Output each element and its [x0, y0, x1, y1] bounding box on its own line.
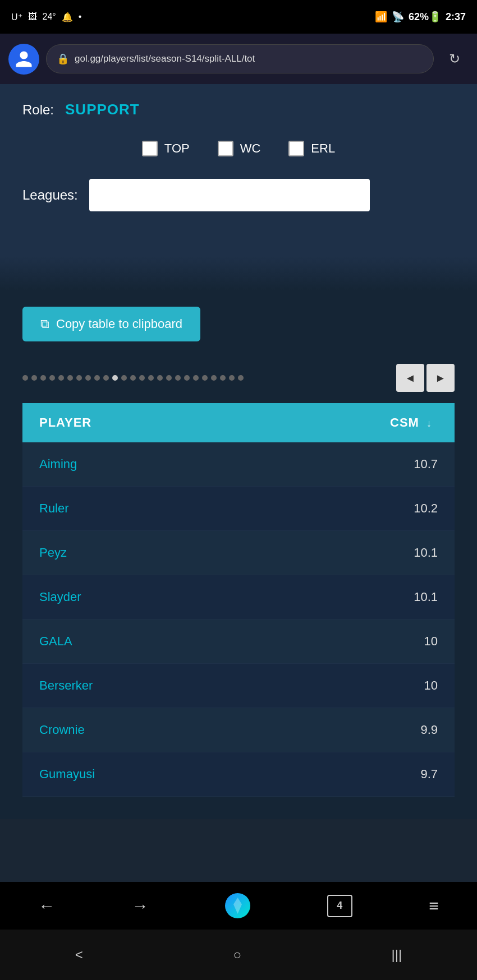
pagination-dot-19[interactable]: [193, 375, 199, 381]
main-content: Role: SUPPORT TOP WC ERL Leagues:: [0, 84, 477, 256]
media-icon: 🖼: [28, 12, 37, 22]
player-column-header[interactable]: PLAYER: [22, 403, 249, 442]
erl-checkbox-box[interactable]: [288, 141, 304, 156]
player-name-cell[interactable]: Peyz: [22, 531, 249, 575]
pagination-dot-17[interactable]: [175, 375, 181, 381]
pagination-dot-4[interactable]: [58, 375, 64, 381]
tabs-button[interactable]: 4: [327, 895, 352, 917]
csm-value-cell: 10.1: [249, 575, 455, 620]
table-row: Peyz 10.1: [22, 531, 455, 575]
top-checkbox-label: TOP: [164, 141, 190, 156]
checkboxes-row: TOP WC ERL: [22, 141, 455, 156]
temperature-text: 24°: [43, 12, 56, 22]
pagination-dots: [22, 375, 244, 381]
csm-value-cell: 9.9: [249, 708, 455, 752]
pagination-dot-16[interactable]: [166, 375, 172, 381]
checkbox-wc[interactable]: WC: [218, 141, 261, 156]
status-bar: U⁺ 🖼 24° 🔔 • 📶 📡 62%🔋 2:37: [0, 0, 477, 34]
url-text: gol.gg/players/list/season-S14/split-ALL…: [75, 53, 423, 64]
copy-icon: ⧉: [40, 317, 49, 331]
csm-value-cell: 10: [249, 664, 455, 708]
table-row: Crownie 9.9: [22, 708, 455, 752]
wc-checkbox-box[interactable]: [218, 141, 233, 156]
notification-icon: 🔔: [62, 12, 73, 22]
pagination-dot-3[interactable]: [49, 375, 55, 381]
pagination-dot-18[interactable]: [184, 375, 190, 381]
browser-bar: 🔒 gol.gg/players/list/season-S14/split-A…: [0, 34, 477, 84]
pagination-dot-8[interactable]: [94, 375, 100, 381]
profile-avatar[interactable]: [8, 44, 39, 75]
player-name-cell[interactable]: Aiming: [22, 442, 249, 487]
page-separator: [0, 256, 477, 290]
pagination-dot-5[interactable]: [67, 375, 73, 381]
pagination-dot-12[interactable]: [130, 375, 136, 381]
role-value[interactable]: SUPPORT: [65, 101, 140, 118]
csm-value-cell: 10.1: [249, 531, 455, 575]
nav-arrows: ◄ ►: [396, 364, 455, 392]
csm-value-cell: 9.7: [249, 752, 455, 797]
copy-table-button[interactable]: ⧉ Copy table to clipboard: [22, 307, 200, 341]
pagination-dot-23[interactable]: [229, 375, 235, 381]
pagination-dot-11[interactable]: [121, 375, 127, 381]
table-header: PLAYER CSM ↓: [22, 403, 455, 442]
next-arrow-button[interactable]: ►: [426, 364, 455, 392]
system-back-button[interactable]: <: [75, 947, 83, 963]
table-row: Ruler 10.2: [22, 487, 455, 531]
pagination-dot-21[interactable]: [211, 375, 217, 381]
table-body: Aiming 10.7 Ruler 10.2 Peyz 10.1 Slayder…: [22, 442, 455, 797]
copy-section: ⧉ Copy table to clipboard: [0, 290, 477, 353]
system-recents-button[interactable]: |||: [392, 947, 402, 963]
top-checkbox-box[interactable]: [142, 141, 158, 156]
player-name-cell[interactable]: Gumayusi: [22, 752, 249, 797]
pagination-dot-10[interactable]: [112, 375, 118, 381]
prev-arrow-button[interactable]: ◄: [396, 364, 424, 392]
pagination-dot-2[interactable]: [40, 375, 46, 381]
pagination-dot-9[interactable]: [103, 375, 109, 381]
pagination-dot-7[interactable]: [85, 375, 91, 381]
refresh-button[interactable]: ↻: [441, 45, 469, 73]
pagination-dot-20[interactable]: [202, 375, 208, 381]
table-header-row: PLAYER CSM ↓: [22, 403, 455, 442]
csm-value-cell: 10: [249, 620, 455, 664]
dot-indicator: •: [79, 12, 82, 22]
checkbox-top[interactable]: TOP: [142, 141, 190, 156]
pagination-dot-24[interactable]: [238, 375, 244, 381]
pagination-dot-1[interactable]: [31, 375, 37, 381]
browser-logo-icon: [225, 893, 250, 918]
battery-text: 62%🔋: [409, 11, 441, 23]
pagination-dot-15[interactable]: [157, 375, 163, 381]
person-icon: [14, 49, 34, 69]
player-name-cell[interactable]: Ruler: [22, 487, 249, 531]
status-left: U⁺ 🖼 24° 🔔 •: [11, 12, 81, 22]
browser-logo[interactable]: [225, 893, 250, 918]
checkbox-erl[interactable]: ERL: [288, 141, 335, 156]
player-name-cell[interactable]: GALA: [22, 620, 249, 664]
menu-button[interactable]: ≡: [429, 896, 439, 916]
table-row: Gumayusi 9.7: [22, 752, 455, 797]
role-section: Role: SUPPORT: [22, 101, 455, 118]
csm-column-header[interactable]: CSM ↓: [249, 403, 455, 442]
pagination-dot-22[interactable]: [220, 375, 226, 381]
pagination-dot-6[interactable]: [76, 375, 82, 381]
pagination-dot-0[interactable]: [22, 375, 28, 381]
csm-value-cell: 10.7: [249, 442, 455, 487]
player-name-cell[interactable]: Berserker: [22, 664, 249, 708]
pagination-row: ◄ ►: [0, 353, 477, 403]
table-row: GALA 10: [22, 620, 455, 664]
wc-checkbox-label: WC: [240, 141, 261, 156]
player-name-cell[interactable]: Slayder: [22, 575, 249, 620]
forward-button[interactable]: →: [132, 896, 149, 916]
system-nav-bar: < ○ |||: [0, 930, 477, 980]
url-bar[interactable]: 🔒 gol.gg/players/list/season-S14/split-A…: [46, 44, 434, 73]
copy-button-label: Copy table to clipboard: [56, 317, 182, 331]
pagination-dot-14[interactable]: [148, 375, 154, 381]
table-row: Slayder 10.1: [22, 575, 455, 620]
back-button[interactable]: ←: [38, 896, 55, 916]
system-home-button[interactable]: ○: [233, 947, 241, 963]
table-row: Aiming 10.7: [22, 442, 455, 487]
player-name-cell[interactable]: Crownie: [22, 708, 249, 752]
bottom-nav-bar: ← → 4 ≡: [0, 882, 477, 930]
pagination-dot-13[interactable]: [139, 375, 145, 381]
leagues-input[interactable]: [89, 179, 370, 211]
lock-icon: 🔒: [57, 53, 69, 65]
